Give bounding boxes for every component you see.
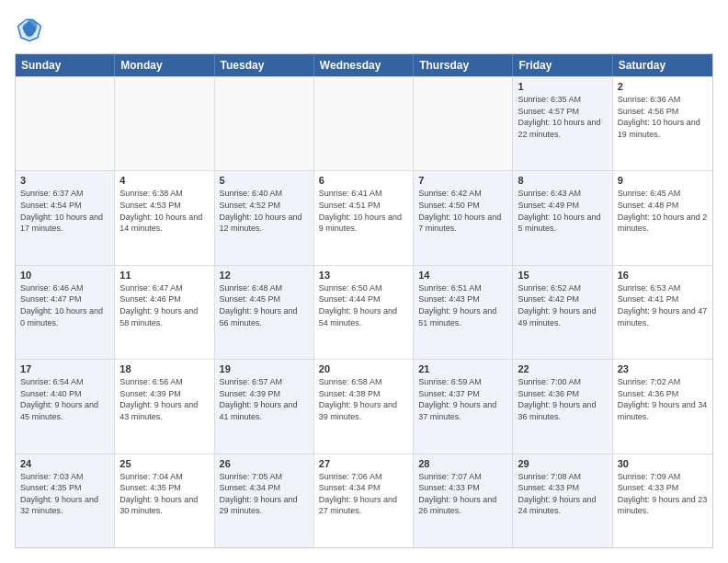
calendar-day-28: 28Sunrise: 7:07 AM Sunset: 4:33 PM Dayli… [414,454,513,547]
day-info: Sunrise: 6:59 AM Sunset: 4:37 PM Dayligh… [418,376,507,422]
calendar-day-3: 3Sunrise: 6:37 AM Sunset: 4:54 PM Daylig… [16,171,115,264]
calendar-day-23: 23Sunrise: 7:02 AM Sunset: 4:36 PM Dayli… [613,360,712,453]
calendar-row-3: 17Sunrise: 6:54 AM Sunset: 4:40 PM Dayli… [16,359,712,453]
calendar-day-29: 29Sunrise: 7:08 AM Sunset: 4:33 PM Dayli… [513,454,612,547]
calendar-day-6: 6Sunrise: 6:41 AM Sunset: 4:51 PM Daylig… [314,171,414,264]
calendar-body: 1Sunrise: 6:35 AM Sunset: 4:57 PM Daylig… [16,76,712,547]
day-info: Sunrise: 6:36 AM Sunset: 4:56 PM Dayligh… [618,94,708,140]
calendar-day-7: 7Sunrise: 6:42 AM Sunset: 4:50 PM Daylig… [414,171,513,264]
day-info: Sunrise: 7:08 AM Sunset: 4:33 PM Dayligh… [518,471,607,517]
day-info: Sunrise: 6:47 AM Sunset: 4:46 PM Dayligh… [119,282,209,328]
day-number: 28 [418,458,507,469]
day-number: 11 [119,270,209,281]
weekday-header-saturday: Saturday [613,54,712,76]
calendar-day-21: 21Sunrise: 6:59 AM Sunset: 4:37 PM Dayli… [414,360,513,453]
logo [15,15,48,44]
day-number: 14 [418,270,507,281]
day-number: 29 [518,458,607,469]
day-number: 6 [319,175,408,186]
calendar-day-24: 24Sunrise: 7:03 AM Sunset: 4:35 PM Dayli… [16,454,115,547]
calendar-day-14: 14Sunrise: 6:51 AM Sunset: 4:43 PM Dayli… [414,266,513,359]
day-number: 16 [618,270,708,281]
day-number: 7 [418,175,507,186]
day-number: 30 [618,458,708,469]
calendar-day-17: 17Sunrise: 6:54 AM Sunset: 4:40 PM Dayli… [16,360,115,453]
day-info: Sunrise: 6:45 AM Sunset: 4:48 PM Dayligh… [618,188,708,234]
calendar-day-22: 22Sunrise: 7:00 AM Sunset: 4:36 PM Dayli… [513,360,612,453]
day-number: 24 [20,458,109,469]
header [15,15,713,44]
day-info: Sunrise: 7:09 AM Sunset: 4:33 PM Dayligh… [618,471,708,517]
day-info: Sunrise: 7:03 AM Sunset: 4:35 PM Dayligh… [20,471,109,517]
calendar-day-25: 25Sunrise: 7:04 AM Sunset: 4:35 PM Dayli… [115,454,214,547]
day-info: Sunrise: 7:00 AM Sunset: 4:36 PM Dayligh… [518,376,607,422]
calendar-row-4: 24Sunrise: 7:03 AM Sunset: 4:35 PM Dayli… [16,454,712,547]
day-number: 15 [518,270,607,281]
day-number: 2 [618,81,708,92]
day-number: 27 [319,458,408,469]
day-info: Sunrise: 6:46 AM Sunset: 4:47 PM Dayligh… [20,282,109,328]
calendar-day-16: 16Sunrise: 6:53 AM Sunset: 4:41 PM Dayli… [613,266,712,359]
calendar-row-0: 1Sunrise: 6:35 AM Sunset: 4:57 PM Daylig… [16,76,712,170]
weekday-header-friday: Friday [513,54,612,76]
calendar-day-2: 2Sunrise: 6:36 AM Sunset: 4:56 PM Daylig… [613,77,712,170]
calendar-day-26: 26Sunrise: 7:05 AM Sunset: 4:34 PM Dayli… [215,454,314,547]
calendar-day-empty-0-1 [115,77,214,170]
day-number: 21 [418,363,507,374]
calendar-day-9: 9Sunrise: 6:45 AM Sunset: 4:48 PM Daylig… [613,171,712,264]
calendar-day-18: 18Sunrise: 6:56 AM Sunset: 4:39 PM Dayli… [115,360,214,453]
calendar-day-8: 8Sunrise: 6:43 AM Sunset: 4:49 PM Daylig… [513,171,612,264]
day-info: Sunrise: 6:51 AM Sunset: 4:43 PM Dayligh… [418,282,507,328]
day-number: 22 [518,363,607,374]
day-info: Sunrise: 6:37 AM Sunset: 4:54 PM Dayligh… [20,188,109,234]
calendar-day-10: 10Sunrise: 6:46 AM Sunset: 4:47 PM Dayli… [16,266,115,359]
day-number: 25 [119,458,209,469]
day-info: Sunrise: 6:56 AM Sunset: 4:39 PM Dayligh… [119,376,209,422]
day-number: 9 [618,175,708,186]
calendar-day-27: 27Sunrise: 7:06 AM Sunset: 4:34 PM Dayli… [314,454,414,547]
calendar-header: SundayMondayTuesdayWednesdayThursdayFrid… [16,54,712,76]
day-info: Sunrise: 6:58 AM Sunset: 4:38 PM Dayligh… [319,376,408,422]
day-number: 8 [518,175,607,186]
day-info: Sunrise: 7:07 AM Sunset: 4:33 PM Dayligh… [418,471,507,517]
day-info: Sunrise: 6:57 AM Sunset: 4:39 PM Dayligh… [220,376,309,422]
day-info: Sunrise: 6:53 AM Sunset: 4:41 PM Dayligh… [618,282,708,328]
day-info: Sunrise: 7:04 AM Sunset: 4:35 PM Dayligh… [119,471,209,517]
calendar-day-13: 13Sunrise: 6:50 AM Sunset: 4:44 PM Dayli… [314,266,414,359]
calendar-day-19: 19Sunrise: 6:57 AM Sunset: 4:39 PM Dayli… [215,360,314,453]
weekday-header-tuesday: Tuesday [215,54,314,76]
weekday-header-sunday: Sunday [16,54,115,76]
calendar-day-empty-0-2 [215,77,314,170]
weekday-header-wednesday: Wednesday [314,54,414,76]
day-number: 12 [220,270,309,281]
calendar-day-1: 1Sunrise: 6:35 AM Sunset: 4:57 PM Daylig… [513,77,612,170]
calendar-day-5: 5Sunrise: 6:40 AM Sunset: 4:52 PM Daylig… [215,171,314,264]
day-info: Sunrise: 6:43 AM Sunset: 4:49 PM Dayligh… [518,188,607,234]
day-info: Sunrise: 7:06 AM Sunset: 4:34 PM Dayligh… [319,471,408,517]
calendar-day-15: 15Sunrise: 6:52 AM Sunset: 4:42 PM Dayli… [513,266,612,359]
calendar-row-1: 3Sunrise: 6:37 AM Sunset: 4:54 PM Daylig… [16,170,712,264]
day-number: 10 [20,270,109,281]
weekday-header-monday: Monday [115,54,214,76]
day-number: 3 [20,175,109,186]
calendar-day-12: 12Sunrise: 6:48 AM Sunset: 4:45 PM Dayli… [215,266,314,359]
day-number: 19 [220,363,309,374]
day-info: Sunrise: 6:48 AM Sunset: 4:45 PM Dayligh… [220,282,309,328]
calendar-day-4: 4Sunrise: 6:38 AM Sunset: 4:53 PM Daylig… [115,171,214,264]
calendar-day-empty-0-0 [16,77,115,170]
calendar-day-20: 20Sunrise: 6:58 AM Sunset: 4:38 PM Dayli… [314,360,414,453]
logo-icon [15,15,44,44]
day-number: 18 [119,363,209,374]
calendar-day-11: 11Sunrise: 6:47 AM Sunset: 4:46 PM Dayli… [115,266,214,359]
calendar: SundayMondayTuesdayWednesdayThursdayFrid… [15,53,713,548]
day-info: Sunrise: 6:52 AM Sunset: 4:42 PM Dayligh… [518,282,607,328]
weekday-header-thursday: Thursday [414,54,513,76]
day-info: Sunrise: 7:05 AM Sunset: 4:34 PM Dayligh… [220,471,309,517]
calendar-row-2: 10Sunrise: 6:46 AM Sunset: 4:47 PM Dayli… [16,265,712,359]
calendar-day-empty-0-3 [314,77,414,170]
day-number: 23 [618,363,708,374]
day-number: 26 [220,458,309,469]
day-info: Sunrise: 6:54 AM Sunset: 4:40 PM Dayligh… [20,376,109,422]
day-info: Sunrise: 6:40 AM Sunset: 4:52 PM Dayligh… [220,188,309,234]
day-number: 20 [319,363,408,374]
